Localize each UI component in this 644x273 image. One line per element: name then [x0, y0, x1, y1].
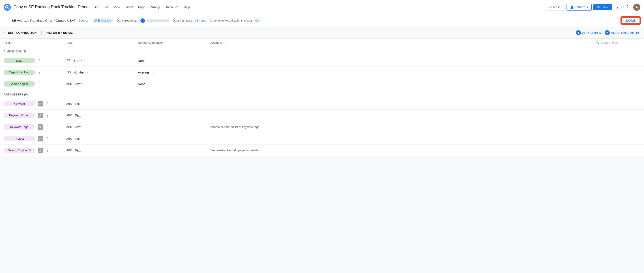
field-sort-icon[interactable]: ↓ — [11, 41, 12, 44]
project-drag-handle[interactable]: ⋮ — [46, 137, 49, 141]
search-engine-field-cell: Search engine ⋮ — [4, 81, 66, 87]
organic-agg-dropdown[interactable]: ▾ — [151, 71, 153, 74]
organic-field-cell: Organic ranking ⋮ — [4, 70, 66, 75]
keyword-tags-chip[interactable]: Keyword Tags — [4, 124, 35, 130]
keyword-group-type-cell: ABC Text — [66, 114, 138, 117]
search-engine-id-description: See rank-tracker help page for details — [210, 149, 258, 152]
search-engine-agg-text: None — [138, 82, 145, 86]
datasource-bar: ← SE Average Rankings Chart (Google USA)… — [0, 14, 644, 27]
search-engine-id-type-text: Text — [75, 149, 80, 152]
keyword-param-icon: @ — [38, 101, 43, 106]
more-options-button[interactable]: ⋮ — [614, 3, 622, 11]
share-icon: 👤+ — [570, 5, 576, 9]
project-type-cell: ABC Text — [66, 137, 138, 141]
reset-button[interactable]: ↩ Reset — [546, 4, 565, 11]
keyword-tags-drag-handle[interactable]: ⋮ — [46, 125, 49, 129]
project-field-cell: Project @ ⋮ — [4, 136, 66, 141]
text-type-icon-kt: ABC — [66, 126, 72, 129]
number-type-icon: 123 — [66, 71, 71, 74]
menu-view[interactable]: View — [112, 5, 122, 10]
organic-type-dropdown[interactable]: ▾ — [86, 71, 88, 74]
date-agg-text: None — [138, 59, 145, 63]
keyword-chip[interactable]: Keyword — [4, 101, 35, 106]
datasource-title: SE Average Rankings Chart (Google USA) — [12, 19, 75, 23]
date-drag-handle[interactable]: ⋮ — [38, 59, 41, 63]
keyword-drag-handle[interactable]: ⋮ — [46, 102, 49, 106]
edit-connection-button[interactable]: ← EDIT CONNECTION — [4, 31, 37, 34]
edit-bar-actions: + ADD A FIELD + ADD A PARAMETER — [576, 30, 640, 35]
add-field-button[interactable]: + ADD A FIELD — [576, 30, 601, 35]
search-engine-id-chip[interactable]: Search Engine ID — [4, 148, 35, 153]
menu-resource[interactable]: Resource — [164, 5, 181, 10]
agg-sort-icon[interactable]: ↓ — [164, 41, 166, 44]
text-type-icon-seid: ABC — [66, 149, 72, 152]
desc-sort-icon[interactable]: ↓ — [225, 41, 226, 44]
project-param-icon: @ — [38, 136, 43, 141]
scope-badge: 🔗 Embedded — [92, 18, 113, 23]
text-type-icon-kw: ABC — [66, 102, 72, 105]
date-chip[interactable]: Date — [4, 58, 35, 63]
parameters-section-header: PARAMETERS (5) — [0, 90, 644, 98]
search-engine-chip[interactable]: Search engine — [4, 81, 35, 87]
back-button[interactable]: ← — [4, 18, 8, 23]
type-sort-icon[interactable]: ↓ — [74, 41, 75, 44]
table-row: Search Engine ID @ ⋮ ABC Text See rank-t… — [0, 145, 644, 156]
top-actions: ↩ Reset 👤+ Share ▾ 👁 View ⋮ ? A — [546, 3, 640, 11]
table-row: Keyword Tags @ ⋮ ABC Text Comma-separate… — [0, 121, 644, 133]
data-freshness: Data freshness: 12 hours — [173, 19, 206, 22]
keyword-group-drag-handle[interactable]: ⋮ — [46, 113, 49, 117]
organic-agg-text: Average — [138, 71, 150, 74]
data-credentials: Data credentials: — [117, 18, 169, 23]
menu-help[interactable]: Help — [182, 5, 192, 10]
share-dropdown-icon: ▾ — [587, 5, 588, 9]
search-engine-type-dropdown[interactable]: ▾ — [82, 83, 84, 86]
help-icon: ? — [626, 5, 628, 10]
edit-back-icon: ← — [4, 31, 7, 34]
eye-icon: 👁 — [597, 5, 600, 9]
dimensions-section-header: DIMENSIONS (3) — [0, 47, 644, 55]
menu-insert[interactable]: Insert — [123, 5, 135, 10]
menu-page[interactable]: Page — [136, 5, 147, 10]
community-value[interactable]: On — [255, 19, 259, 22]
share-button[interactable]: 👤+ Share ▾ — [566, 4, 592, 11]
table-row: Keyword Group @ ⋮ ABC Text — [0, 110, 644, 121]
freshness-value[interactable]: 12 hours — [195, 19, 206, 22]
avatar[interactable]: A — [633, 4, 640, 11]
table-row: Organic ranking ⋮ 123 Number ▾ Average ▾ — [0, 67, 644, 78]
embedded-icon: 🔗 — [94, 19, 97, 22]
project-type-text: Text — [75, 137, 80, 141]
app-logo — [4, 4, 11, 11]
menu-arrange[interactable]: Arrange — [148, 5, 163, 10]
organic-type-text: Number — [74, 71, 85, 74]
col-header-description: Description ↓ — [210, 41, 596, 44]
edit-bar: ← EDIT CONNECTION | FILTER BY EMAIL + AD… — [0, 27, 644, 39]
organic-drag-handle[interactable]: ⋮ — [38, 70, 41, 74]
menu-bar: File Edit View Insert Page Arrange Resou… — [91, 5, 192, 10]
organic-chip[interactable]: Organic ranking — [4, 70, 35, 75]
done-button[interactable]: DONE — [621, 17, 640, 24]
menu-edit[interactable]: Edit — [101, 5, 110, 10]
search-fields-container: 🔍 Search fields — [596, 41, 640, 44]
date-type-dropdown[interactable]: ▾ — [81, 59, 82, 62]
help-button[interactable]: ? — [624, 3, 632, 11]
keyword-tags-type-text: Text — [75, 125, 80, 129]
keyword-tags-desc-cell: Comma-separated list of keyword tags — [210, 125, 596, 129]
table-row: Project @ ⋮ ABC Text — [0, 133, 644, 145]
keyword-group-chip[interactable]: Keyword Group — [4, 113, 35, 118]
search-engine-type-text: Text — [75, 82, 80, 86]
keyword-tags-type-cell: ABC Text — [66, 125, 138, 129]
view-button[interactable]: 👁 View — [594, 4, 612, 10]
search-engine-type-cell: ABC Text ▾ — [66, 82, 138, 86]
project-chip[interactable]: Project — [4, 136, 35, 141]
scope-label: Embedded Scope: — [79, 19, 88, 22]
menu-file[interactable]: File — [91, 5, 100, 10]
more-icon: ⋮ — [616, 5, 620, 10]
search-engine-drag-handle[interactable]: ⋮ — [38, 82, 41, 86]
search-engine-id-drag-handle[interactable]: ⋮ — [46, 148, 49, 152]
add-parameter-button[interactable]: + ADD A PARAMETER — [605, 30, 640, 35]
col-header-type: Type ↓ — [66, 41, 138, 44]
table-row: Keyword @ ⋮ ABC Text — [0, 98, 644, 110]
organic-agg-cell: Average ▾ — [138, 71, 210, 74]
date-type-icon: 📅 — [66, 59, 71, 63]
text-type-icon-se: ABC — [66, 83, 72, 86]
